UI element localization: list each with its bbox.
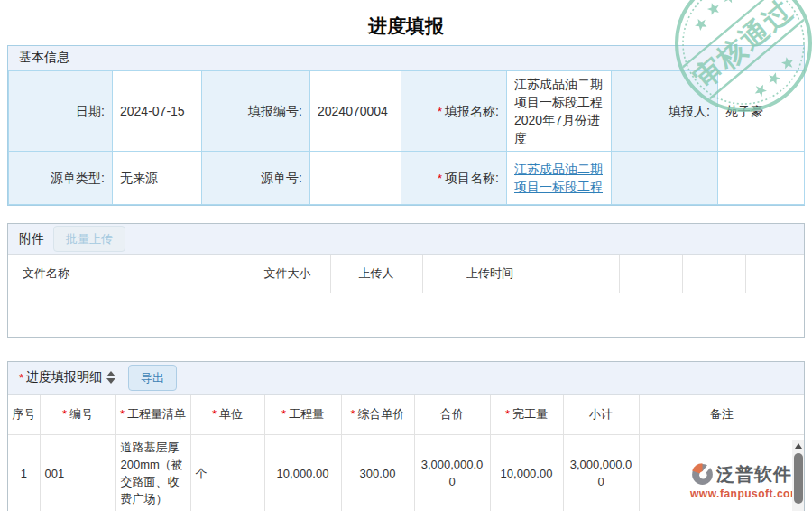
col-completed: *完工量 xyxy=(490,395,563,435)
cell-code: 001 xyxy=(40,435,115,511)
reporter-value: 苑子豪 xyxy=(718,71,805,152)
col-file-name: 文件名称 xyxy=(8,255,245,293)
source-type-label: 源单类型: xyxy=(9,152,113,205)
project-name-label: *项目名称: xyxy=(401,152,507,205)
scroll-up-button[interactable] xyxy=(792,440,804,452)
source-type-value: 无来源 xyxy=(113,152,202,205)
cell-subtotal: 3,000,000.00 xyxy=(563,435,639,511)
reporter-label: 填报人: xyxy=(612,71,718,152)
col-empty-1 xyxy=(558,255,619,293)
detail-title: 进度填报明细 xyxy=(26,369,102,386)
required-asterisk: * xyxy=(19,371,23,385)
detail-table: 序号 *编号 *工程量清单 *单位 *工程量 *综合单价 合价 *完工量 小计 xyxy=(8,395,804,511)
col-empty-4 xyxy=(745,255,804,293)
cell-unit: 个 xyxy=(190,435,264,511)
col-empty-3 xyxy=(682,255,745,293)
cell-unit-price: 300.00 xyxy=(341,435,414,511)
col-seq: 序号 xyxy=(8,395,40,435)
project-name-link[interactable]: 江苏成品油二期项目一标段工程 xyxy=(514,162,603,194)
report-number-label: 填报编号: xyxy=(202,71,310,152)
detail-header-bar: * 进度填报明细 导出 xyxy=(8,362,804,395)
source-number-value xyxy=(310,152,401,205)
detail-header-row: 序号 *编号 *工程量清单 *单位 *工程量 *综合单价 合价 *完工量 小计 xyxy=(8,395,804,435)
date-label: 日期: xyxy=(9,71,113,152)
attachments-title: 附件 xyxy=(19,231,44,247)
required-asterisk: * xyxy=(438,172,442,185)
col-uploader: 上传人 xyxy=(330,255,422,293)
required-asterisk: * xyxy=(505,407,510,421)
page-title: 进度填报 xyxy=(0,0,812,45)
col-boq-item: *工程量清单 xyxy=(115,395,190,435)
col-remark: 备注 xyxy=(639,395,804,435)
collapse-toggle-icon[interactable] xyxy=(106,371,115,384)
detail-section: * 进度填报明细 导出 序号 *编号 *工程量清单 *单位 xyxy=(7,361,805,511)
required-asterisk: * xyxy=(62,407,67,421)
empty-label-cell xyxy=(612,152,718,205)
source-number-label: 源单号: xyxy=(202,152,310,205)
export-button[interactable]: 导出 xyxy=(128,365,177,391)
col-upload-time: 上传时间 xyxy=(422,255,558,293)
basic-info-table: 日期: 2024-07-15 填报编号: 2024070004 *填报名称: 江… xyxy=(8,70,805,205)
cell-remark xyxy=(639,435,804,511)
cell-boq-item: 道路基层厚200mm（被交路面、收费广场） xyxy=(115,435,190,511)
col-total-price: 合价 xyxy=(414,395,490,435)
report-name-label: *填报名称: xyxy=(401,71,507,152)
required-asterisk: * xyxy=(438,105,442,118)
col-subtotal: 小计 xyxy=(563,395,639,435)
attachments-header-bar: 附件 批量上传 xyxy=(8,224,804,255)
empty-value-cell xyxy=(718,152,805,205)
report-number-value: 2024070004 xyxy=(310,71,401,152)
progress-report-page: 进度填报 基本信息 日期: 2024-07-15 填报编号: xyxy=(0,0,812,511)
col-quantity: *工程量 xyxy=(264,395,341,435)
arrow-up-icon xyxy=(795,443,802,449)
basic-info-section: 基本信息 日期: 2024-07-15 填报编号: 2024070004 xyxy=(7,45,805,206)
col-unit: *单位 xyxy=(190,395,264,435)
col-empty-2 xyxy=(619,255,682,293)
col-code: *编号 xyxy=(40,395,115,435)
basic-info-row-2: 源单类型: 无来源 源单号: *项目名称: 江苏成品油二期项目一标段工程 xyxy=(9,152,805,205)
cell-completed: 10,000.00 xyxy=(490,435,563,511)
cell-seq: 1 xyxy=(8,435,40,511)
attachments-header-row: 文件名称 文件大小 上传人 上传时间 xyxy=(8,255,804,293)
required-asterisk: * xyxy=(350,407,355,421)
cell-total-price: 3,000,000.00 xyxy=(414,435,490,511)
basic-info-header-bar: 基本信息 xyxy=(8,46,804,70)
required-asterisk: * xyxy=(212,407,217,421)
attachments-table: 文件名称 文件大小 上传人 上传时间 xyxy=(8,255,804,293)
attachments-empty-area xyxy=(8,293,804,337)
basic-info-title: 基本信息 xyxy=(19,50,69,66)
basic-info-row-1: 日期: 2024-07-15 填报编号: 2024070004 *填报名称: 江… xyxy=(9,71,805,152)
scrollbar-thumb[interactable] xyxy=(794,453,803,504)
project-name-value: 江苏成品油二期项目一标段工程 xyxy=(507,152,612,205)
required-asterisk: * xyxy=(281,407,286,421)
col-unit-price: *综合单价 xyxy=(341,395,414,435)
col-file-size: 文件大小 xyxy=(245,255,330,293)
report-name-value: 江苏成品油二期项目一标段工程2020年7月份进度 xyxy=(507,71,612,152)
required-asterisk: * xyxy=(120,407,125,421)
detail-data-row[interactable]: 1 001 道路基层厚200mm（被交路面、收费广场） 个 10,000.00 … xyxy=(8,435,804,511)
cell-quantity: 10,000.00 xyxy=(264,435,341,511)
detail-scrollbar[interactable] xyxy=(792,440,804,511)
date-value: 2024-07-15 xyxy=(113,71,202,152)
batch-upload-button[interactable]: 批量上传 xyxy=(53,226,125,252)
attachments-section: 附件 批量上传 文件名称 文件大小 上传人 上传时间 xyxy=(7,223,805,338)
